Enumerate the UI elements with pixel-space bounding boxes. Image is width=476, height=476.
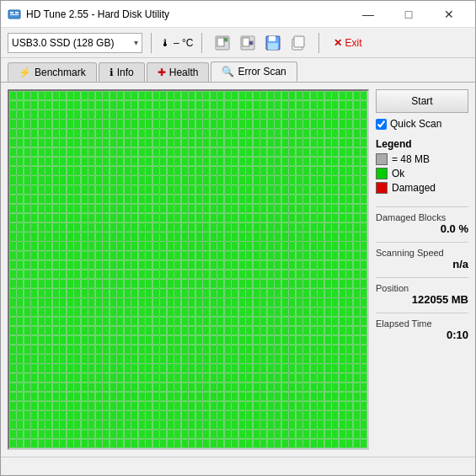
svg-rect-9	[249, 41, 253, 45]
legend-title: Legend	[376, 138, 468, 150]
copy-icon-btn[interactable]	[286, 31, 310, 55]
quick-scan-label[interactable]: Quick Scan	[390, 118, 441, 130]
tab-error-scan[interactable]: 🔍 Error Scan	[211, 62, 297, 82]
elapsed-time-label: Elapsed Time	[376, 318, 468, 329]
save-icon-btn[interactable]	[261, 31, 285, 55]
scanning-speed-value: n/a	[376, 258, 468, 270]
toolbar-icon-1[interactable]	[211, 31, 234, 55]
toolbar-separator-3	[318, 33, 319, 53]
app-window: HD Tune 2.55 - Hard Disk Utility — □ ✕ U…	[0, 0, 476, 476]
statusbar	[1, 457, 475, 475]
titlebar: HD Tune 2.55 - Hard Disk Utility — □ ✕	[1, 1, 475, 28]
benchmark-icon: ⚡	[19, 67, 31, 78]
tab-info[interactable]: ℹ Info	[99, 62, 145, 82]
main-content: Start Quick Scan Legend = 48 MB Ok Damag…	[1, 83, 475, 457]
svg-rect-14	[294, 36, 304, 47]
maximize-button[interactable]: □	[389, 1, 428, 28]
window-controls: — □ ✕	[349, 1, 468, 28]
stat-damaged-blocks: Damaged Blocks 0.0 %	[376, 206, 468, 235]
svg-rect-11	[269, 36, 275, 41]
position-label: Position	[376, 283, 468, 293]
legend-item-48mb: = 48 MB	[376, 153, 468, 165]
app-icon	[8, 8, 21, 21]
legend-item-ok: Ok	[376, 168, 468, 179]
svg-rect-12	[268, 43, 278, 50]
minimize-button[interactable]: —	[349, 1, 388, 28]
close-button[interactable]: ✕	[430, 1, 468, 28]
svg-rect-1	[10, 12, 13, 13]
x-icon: ✕	[334, 37, 342, 49]
stat-scanning-speed: Scanning Speed n/a	[376, 242, 468, 270]
legend-box-ok	[376, 168, 388, 179]
tab-health[interactable]: ✚ Health	[147, 62, 210, 82]
legend-box-48mb	[376, 153, 388, 165]
toolbar: USB3.0 SSD (128 GB) ▾ 🌡 – °C ✕	[1, 28, 475, 58]
right-panel: Start Quick Scan Legend = 48 MB Ok Damag…	[376, 89, 468, 450]
exit-label: Exit	[345, 37, 361, 49]
position-value: 122055 MB	[376, 293, 468, 306]
toolbar-separator-1	[151, 33, 152, 53]
toolbar-separator-2	[201, 33, 202, 53]
svg-rect-5	[217, 38, 224, 46]
scanning-speed-label: Scanning Speed	[376, 248, 468, 258]
health-icon: ✚	[158, 67, 166, 78]
legend-section: Legend = 48 MB Ok Damaged	[376, 138, 468, 196]
exit-button[interactable]: ✕ Exit	[328, 35, 367, 51]
svg-rect-6	[224, 38, 227, 41]
start-button[interactable]: Start	[376, 89, 468, 113]
tabs-bar: ⚡ Benchmark ℹ Info ✚ Health 🔍 Error Scan	[1, 58, 475, 83]
drive-select[interactable]: USB3.0 SSD (128 GB) ▾	[8, 33, 142, 53]
error-scan-icon: 🔍	[222, 66, 234, 78]
stat-position: Position 122055 MB	[376, 277, 468, 306]
svg-rect-2	[15, 12, 19, 13]
scan-canvas	[9, 91, 367, 448]
elapsed-time-value: 0:10	[376, 329, 468, 341]
svg-rect-3	[10, 14, 19, 15]
damaged-blocks-label: Damaged Blocks	[376, 212, 468, 222]
svg-rect-8	[243, 38, 249, 46]
info-icon: ℹ	[110, 67, 114, 78]
window-title: HD Tune 2.55 - Hard Disk Utility	[26, 8, 349, 20]
stat-elapsed-time: Elapsed Time 0:10	[376, 313, 468, 341]
stats-section: Damaged Blocks 0.0 % Scanning Speed n/a …	[376, 206, 468, 341]
drive-select-value: USB3.0 SSD (128 GB)	[12, 37, 114, 49]
legend-48mb-label: = 48 MB	[392, 153, 430, 165]
quick-scan-row: Quick Scan	[376, 116, 468, 131]
tab-info-label: Info	[117, 67, 134, 78]
tab-benchmark-label: Benchmark	[35, 67, 86, 78]
scan-grid	[8, 89, 369, 450]
quick-scan-checkbox[interactable]	[376, 119, 387, 130]
temp-unit: – °C	[174, 37, 193, 49]
thermometer-icon: 🌡	[160, 37, 170, 49]
legend-ok-label: Ok	[392, 168, 404, 179]
temperature-display: 🌡 – °C	[160, 37, 193, 49]
toolbar-icons	[211, 31, 310, 55]
legend-damaged-label: Damaged	[392, 182, 436, 194]
tab-health-label: Health	[169, 67, 199, 78]
legend-box-damaged	[376, 182, 388, 194]
legend-item-damaged: Damaged	[376, 182, 468, 194]
tab-error-scan-label: Error Scan	[238, 66, 286, 78]
tab-benchmark[interactable]: ⚡ Benchmark	[8, 62, 97, 82]
toolbar-icon-2[interactable]	[236, 31, 259, 55]
damaged-blocks-value: 0.0 %	[376, 222, 468, 235]
chevron-down-icon: ▾	[134, 38, 138, 47]
